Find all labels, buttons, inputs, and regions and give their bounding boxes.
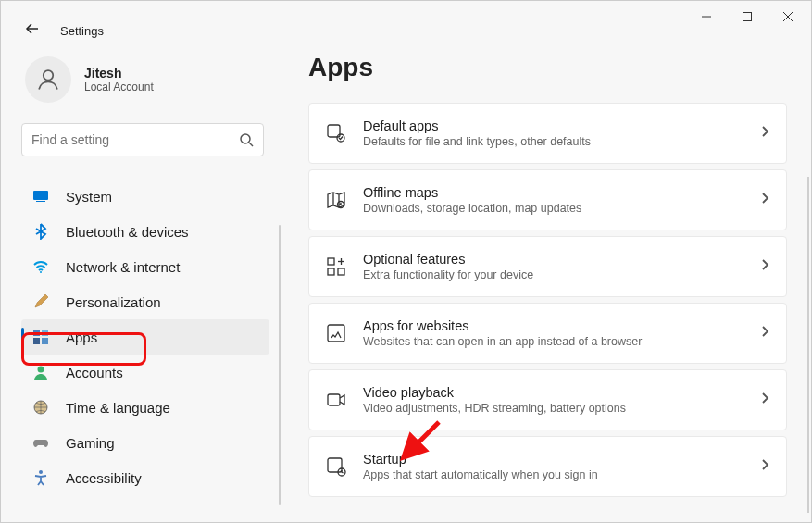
sidebar-item-label: System bbox=[66, 189, 112, 205]
sidebar-item-label: Gaming bbox=[66, 435, 115, 451]
card-default-apps[interactable]: Default appsDefaults for file and link t… bbox=[308, 103, 787, 164]
svg-rect-11 bbox=[33, 330, 40, 336]
sidebar-item-apps[interactable]: Apps bbox=[21, 319, 269, 355]
svg-point-6 bbox=[241, 134, 250, 143]
default-apps-icon bbox=[326, 123, 346, 143]
card-title: Video playback bbox=[363, 385, 758, 400]
apps-for-websites-icon bbox=[326, 323, 346, 343]
sidebar-item-label: Time & language bbox=[66, 400, 170, 416]
close-button[interactable] bbox=[781, 10, 794, 23]
video-playback-icon bbox=[326, 390, 346, 410]
card-title: Default apps bbox=[363, 118, 758, 133]
card-subtitle: Video adjustments, HDR streaming, batter… bbox=[363, 402, 758, 415]
sidebar-item-label: Personalization bbox=[66, 294, 161, 310]
svg-rect-8 bbox=[33, 191, 48, 200]
back-button[interactable] bbox=[25, 21, 40, 40]
sidebar-item-time-language[interactable]: Time & language bbox=[21, 390, 269, 425]
nav: System Bluetooth & devices Network & int… bbox=[21, 179, 269, 495]
svg-point-15 bbox=[38, 367, 44, 373]
svg-rect-13 bbox=[33, 338, 40, 344]
card-optional-features[interactable]: Optional featuresExtra functionality for… bbox=[308, 236, 787, 297]
search-field[interactable] bbox=[31, 132, 239, 147]
card-apps-for-websites[interactable]: Apps for websitesWebsites that can open … bbox=[308, 303, 787, 364]
startup-icon bbox=[326, 456, 346, 477]
card-offline-maps[interactable]: Offline mapsDownloads, storage location,… bbox=[308, 169, 787, 230]
chevron-right-icon bbox=[758, 192, 771, 208]
window-title: Settings bbox=[60, 24, 104, 38]
minimize-button[interactable] bbox=[700, 10, 713, 23]
window-controls bbox=[683, 1, 811, 32]
svg-point-5 bbox=[44, 70, 54, 81]
page-title: Apps bbox=[308, 53, 787, 82]
accessibility-icon bbox=[32, 469, 49, 486]
chevron-right-icon bbox=[758, 392, 771, 408]
card-subtitle: Apps that start automatically when you s… bbox=[363, 468, 758, 481]
sidebar-item-label: Accounts bbox=[66, 365, 123, 380]
svg-point-17 bbox=[39, 470, 43, 474]
card-subtitle: Extra functionality for your device bbox=[363, 268, 758, 281]
svg-rect-12 bbox=[42, 330, 48, 336]
system-icon bbox=[32, 188, 49, 205]
globe-icon bbox=[32, 399, 49, 416]
main-content: Apps Default appsDefaults for file and l… bbox=[281, 40, 811, 515]
svg-rect-1 bbox=[743, 13, 752, 21]
bluetooth-icon bbox=[32, 223, 49, 240]
sidebar-item-accounts[interactable]: Accounts bbox=[21, 355, 269, 390]
sidebar-item-personalization[interactable]: Personalization bbox=[21, 284, 269, 319]
main-scrollbar[interactable] bbox=[807, 177, 809, 513]
sidebar-item-system[interactable]: System bbox=[21, 179, 269, 214]
sidebar-item-bluetooth[interactable]: Bluetooth & devices bbox=[21, 214, 269, 249]
apps-icon bbox=[32, 329, 49, 345]
offline-maps-icon bbox=[326, 190, 346, 210]
sidebar-item-label: Network & internet bbox=[66, 259, 180, 275]
search-input[interactable] bbox=[21, 123, 264, 156]
svg-rect-21 bbox=[328, 258, 334, 265]
chevron-right-icon bbox=[758, 325, 771, 342]
sidebar: Jitesh Local Account System Bluetooth & … bbox=[1, 40, 281, 515]
user-name: Jitesh bbox=[84, 66, 154, 81]
user-subtitle: Local Account bbox=[84, 81, 154, 93]
maximize-button[interactable] bbox=[741, 10, 754, 23]
svg-rect-27 bbox=[328, 394, 340, 405]
card-title: Offline maps bbox=[363, 185, 758, 200]
svg-rect-28 bbox=[328, 458, 342, 472]
sidebar-item-label: Bluetooth & devices bbox=[66, 224, 189, 240]
user-block[interactable]: Jitesh Local Account bbox=[21, 56, 281, 103]
svg-rect-22 bbox=[328, 268, 334, 275]
svg-line-7 bbox=[249, 143, 253, 146]
card-subtitle: Defaults for file and link types, other … bbox=[363, 135, 758, 148]
chevron-right-icon bbox=[758, 125, 771, 142]
settings-window: Settings Jitesh Local Account bbox=[0, 0, 812, 523]
wifi-icon bbox=[32, 258, 49, 275]
accounts-icon bbox=[32, 364, 49, 380]
sidebar-item-label: Apps bbox=[66, 330, 97, 345]
chevron-right-icon bbox=[758, 258, 771, 275]
chevron-right-icon bbox=[758, 458, 771, 475]
gaming-icon bbox=[32, 434, 49, 451]
card-subtitle: Downloads, storage location, map updates bbox=[363, 202, 758, 215]
svg-rect-26 bbox=[328, 325, 344, 342]
svg-point-10 bbox=[40, 271, 42, 273]
sidebar-item-label: Accessibility bbox=[66, 470, 142, 486]
card-video-playback[interactable]: Video playbackVideo adjustments, HDR str… bbox=[308, 369, 787, 430]
sidebar-item-accessibility[interactable]: Accessibility bbox=[21, 460, 269, 495]
optional-features-icon bbox=[326, 256, 346, 277]
svg-rect-9 bbox=[36, 201, 45, 202]
sidebar-item-network[interactable]: Network & internet bbox=[21, 249, 269, 284]
avatar bbox=[25, 56, 71, 103]
card-subtitle: Websites that can open in an app instead… bbox=[363, 335, 758, 348]
svg-rect-14 bbox=[42, 338, 48, 344]
paintbrush-icon bbox=[32, 293, 49, 310]
card-title: Optional features bbox=[363, 252, 758, 267]
sidebar-item-gaming[interactable]: Gaming bbox=[21, 425, 269, 460]
card-title: Apps for websites bbox=[363, 318, 758, 333]
search-icon bbox=[239, 132, 254, 147]
svg-rect-23 bbox=[338, 268, 344, 275]
card-startup[interactable]: StartupApps that start automatically whe… bbox=[308, 436, 787, 497]
card-title: Startup bbox=[363, 452, 758, 467]
